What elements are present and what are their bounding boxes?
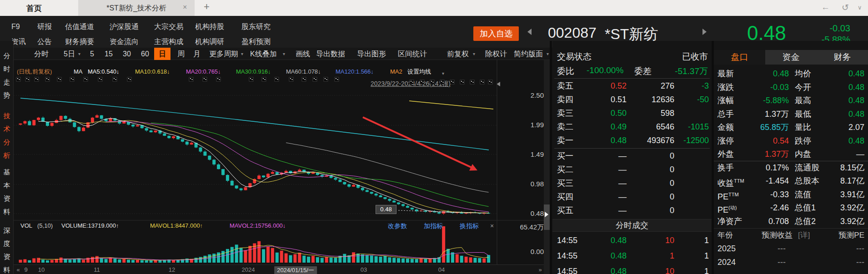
close-indicator-icon[interactable]: × bbox=[490, 222, 494, 230]
stat-value: 0.48 bbox=[848, 108, 864, 121]
tool-more-periods[interactable]: 更多周期 bbox=[209, 48, 238, 60]
menu-research[interactable]: 研报 bbox=[37, 22, 52, 31]
menu-business[interactable]: 主营构成 bbox=[154, 37, 183, 46]
back-arrow-icon[interactable]: ← bbox=[821, 2, 830, 12]
tab-funds[interactable]: 资金 bbox=[765, 50, 817, 65]
sell-row[interactable]: 卖三0.50598 bbox=[552, 106, 712, 120]
menu-money-flow[interactable]: 资金流向 bbox=[110, 37, 139, 46]
level-label: 卖一 bbox=[557, 134, 573, 147]
switch-indicator-link[interactable]: 换指标 bbox=[460, 222, 479, 230]
stat-row: 总手1.37万最低0.48 bbox=[714, 108, 868, 121]
vol-indicator[interactable]: VOL bbox=[20, 222, 32, 230]
sidebar-item-4[interactable]: 深度资料 bbox=[0, 224, 14, 274]
tool-kline-overlay[interactable]: K线叠加 bbox=[250, 48, 277, 60]
x-axis-label[interactable]: » bbox=[538, 266, 542, 273]
tick-qty: 10 bbox=[665, 233, 674, 248]
level-volume: 0 bbox=[670, 176, 674, 190]
forecast-detail-link[interactable]: [详] bbox=[798, 229, 810, 242]
sidebar-item-3[interactable]: 基本资料 bbox=[0, 165, 14, 218]
tab-pankou[interactable]: 盘口 bbox=[714, 50, 765, 65]
menu-finance-summary[interactable]: 财务摘要 bbox=[65, 37, 94, 46]
x-axis-label[interactable]: « bbox=[16, 266, 20, 273]
forecast-cell: 2025 bbox=[717, 242, 736, 255]
menu-inst-holding[interactable]: 机构持股 bbox=[195, 22, 224, 31]
tool-monthly[interactable]: 月 bbox=[193, 48, 201, 60]
sidebar-char: 时 bbox=[0, 62, 14, 75]
menu-announce[interactable]: 公告 bbox=[37, 37, 52, 46]
level-price: 0.50 bbox=[611, 106, 627, 120]
stat-row: PE(动)-2.46总值13.92亿 bbox=[714, 201, 868, 215]
tool-15min[interactable]: 15 bbox=[105, 48, 113, 60]
sidebar-item-1[interactable]: 分时走势 bbox=[0, 49, 14, 102]
tool-draw-line[interactable]: 画线 bbox=[296, 48, 310, 60]
buy-row[interactable]: 买二—0 bbox=[552, 163, 712, 176]
tool-simple-layout[interactable]: 简约版面 bbox=[514, 48, 543, 60]
tool-weekly[interactable]: 周 bbox=[177, 48, 185, 60]
tick-price: 0.48 bbox=[611, 264, 627, 274]
panel-divider bbox=[550, 41, 552, 274]
buy-row[interactable]: 买五—0 bbox=[552, 204, 712, 217]
tool-daily[interactable]: 日 bbox=[154, 48, 171, 60]
change-params-link[interactable]: 改参数 bbox=[388, 222, 407, 230]
level-label: 买五 bbox=[557, 204, 573, 217]
buy-row[interactable]: 买一—0 bbox=[552, 149, 712, 163]
menu-connect[interactable]: 沪深股通 bbox=[110, 22, 139, 31]
x-axis-label: 04 bbox=[438, 266, 445, 273]
chart-scrollbar[interactable] bbox=[544, 60, 550, 274]
tick-time: 14:55 bbox=[557, 233, 577, 248]
tool-5day[interactable]: 5日 bbox=[64, 48, 75, 60]
tab-home[interactable]: 首页 bbox=[26, 3, 42, 14]
stat-value: 65.85万 bbox=[760, 121, 789, 135]
tool-minute[interactable]: 分时 bbox=[34, 48, 49, 60]
tick-row: 14:550.4811 bbox=[552, 248, 712, 264]
scrollbar-thumb[interactable] bbox=[544, 204, 550, 230]
menu-profit-forecast[interactable]: 盈利预测 bbox=[241, 37, 271, 46]
vol-params: (5,10) bbox=[37, 222, 53, 230]
sell-row[interactable]: 卖二0.496546-1015 bbox=[552, 120, 712, 134]
buy-row[interactable]: 买三—0 bbox=[552, 176, 712, 190]
stat-label: 总值1 bbox=[795, 201, 816, 215]
prev-stock-icon[interactable] bbox=[527, 29, 532, 35]
refresh-icon[interactable]: ↺ bbox=[842, 2, 849, 13]
tool-export-image[interactable]: 导出图形 bbox=[357, 48, 386, 60]
tab-financials[interactable]: 财务 bbox=[817, 50, 868, 65]
tool-export-data[interactable]: 导出数据 bbox=[316, 48, 345, 60]
menu-inst-survey[interactable]: 机构调研 bbox=[195, 37, 224, 46]
sell-row[interactable]: 卖五0.52276-3 bbox=[552, 79, 712, 93]
stat-row: 最新0.48均价0.48 bbox=[714, 67, 868, 81]
level-change: -12500 bbox=[683, 134, 709, 147]
menu-valuation[interactable]: 估值通道 bbox=[65, 22, 94, 31]
buy-row[interactable]: 买四—0 bbox=[552, 190, 712, 204]
sidebar-item-2[interactable]: 技术分析 bbox=[0, 109, 14, 162]
tool-5min[interactable]: 5 bbox=[90, 48, 94, 60]
tool-exright[interactable]: 除权计 bbox=[485, 48, 507, 60]
add-indicator-link[interactable]: 加指标 bbox=[424, 222, 443, 230]
sell-row[interactable]: 卖四0.5112636-50 bbox=[552, 93, 712, 106]
chart-toolbar: 分时 5日 ▾ 5 15 30 60 日 周 月 更多周期 ▾ K线叠加 ▾ 画… bbox=[14, 48, 550, 60]
level-label: 买三 bbox=[557, 176, 573, 190]
add-watchlist-button[interactable]: 加入自选 bbox=[473, 26, 519, 41]
close-icon[interactable]: × bbox=[183, 3, 187, 11]
sell-row[interactable]: 卖一0.48493676-12500 bbox=[552, 134, 712, 147]
tool-adjust-forward[interactable]: 前复权 bbox=[447, 48, 469, 60]
stat-value: — bbox=[856, 148, 864, 161]
stat-value: 0.708 bbox=[768, 215, 789, 229]
level-price: — bbox=[618, 190, 627, 204]
forecast-cell: --- bbox=[856, 255, 864, 269]
expand-arrow-icon[interactable] bbox=[545, 212, 548, 217]
tab-stock-analysis[interactable]: *ST新纺_技术分析 bbox=[78, 0, 195, 16]
add-tab-icon[interactable]: + bbox=[204, 1, 210, 13]
chevron-down-icon[interactable]: ∨ bbox=[858, 4, 862, 11]
last-price-tag: 0.48 bbox=[376, 205, 396, 214]
stat-value: 0.17% bbox=[766, 161, 789, 175]
menu-block-trade[interactable]: 大宗交易 bbox=[154, 22, 183, 31]
candlestick-chart[interactable]: (日线,前复权) MA MA5:0.540↓ MA10:0.618↓ MA20:… bbox=[14, 60, 550, 274]
menu-f9[interactable]: F9 bbox=[11, 22, 20, 31]
tool-30min[interactable]: 30 bbox=[123, 48, 131, 60]
tool-60min[interactable]: 60 bbox=[141, 48, 149, 60]
tool-range-stats[interactable]: 区间统计 bbox=[398, 48, 427, 60]
level-label: 买二 bbox=[557, 163, 573, 176]
menu-shareholders[interactable]: 股东研究 bbox=[241, 22, 271, 31]
stat-value: 3.91亿 bbox=[840, 188, 864, 202]
next-stock-icon[interactable] bbox=[702, 29, 707, 35]
